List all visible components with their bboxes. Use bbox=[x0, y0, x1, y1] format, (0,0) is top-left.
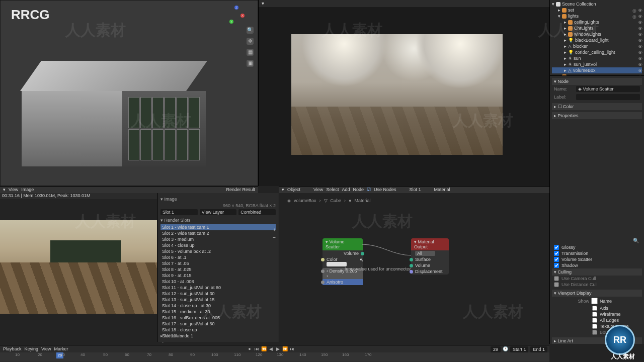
transmission-checkbox[interactable] bbox=[554, 251, 559, 256]
properties-panel[interactable]: ▾ Node Name:◈ Volume Scatter Label: ▸ ☐ … bbox=[549, 75, 644, 344]
menu-image[interactable]: Image bbox=[21, 187, 34, 193]
zoom-icon[interactable]: 🔍 bbox=[247, 27, 254, 34]
collection-set[interactable]: ▸set◎👁 bbox=[552, 7, 642, 13]
shadow-checkbox[interactable] bbox=[554, 263, 559, 268]
obj-sun[interactable]: ▸☀sun👁 bbox=[552, 55, 642, 61]
slot-item[interactable]: Slot 15 - medium . at 30 bbox=[160, 309, 276, 315]
slot-item[interactable]: Slot 13 - sun_justVol at 15 bbox=[160, 297, 276, 303]
play-rev-icon[interactable]: ◀ bbox=[268, 346, 274, 351]
persp-icon[interactable]: ▣ bbox=[247, 60, 254, 67]
obj-blackboard-light[interactable]: ▸💡blackBoard_light👁 bbox=[552, 37, 642, 43]
target-dropdown[interactable]: All bbox=[411, 250, 449, 256]
camera-cull-checkbox[interactable] bbox=[554, 276, 559, 281]
show-bounds-checkbox[interactable] bbox=[592, 330, 597, 335]
dropdown-icon[interactable]: ▾ bbox=[282, 187, 284, 193]
slot-dropdown[interactable]: Slot 1 bbox=[160, 209, 198, 215]
obj-volumebox[interactable]: ▸△volumeBox👁 bbox=[552, 67, 642, 73]
in-displacement[interactable]: Displacement bbox=[411, 268, 449, 275]
jump-end-icon[interactable]: ⏭ bbox=[289, 346, 295, 351]
show-all-edges-checkbox[interactable] bbox=[592, 318, 597, 323]
menu-add[interactable]: Add bbox=[342, 187, 350, 193]
dropdown-icon[interactable]: ▾ bbox=[3, 187, 6, 193]
render-preview-large[interactable]: ▾ bbox=[258, 0, 549, 186]
properties-section-header[interactable]: ▸ Properties bbox=[552, 112, 642, 119]
menu-marker[interactable]: Marker bbox=[54, 346, 68, 351]
slot-item[interactable]: Slot 7 - at .05 bbox=[160, 260, 276, 266]
remove-slot-button[interactable]: − bbox=[273, 235, 276, 240]
dropdown-icon[interactable]: ▾ bbox=[262, 1, 264, 7]
slot-field[interactable]: Slot 1 bbox=[409, 187, 421, 193]
3d-viewport[interactable]: X Y Z 🔍 ✥ ▦ ▣ bbox=[0, 0, 258, 186]
collection-lights[interactable]: ▾lights◎👁 bbox=[552, 13, 642, 19]
name-field[interactable]: ◈ Volume Scatter bbox=[576, 86, 640, 92]
viewport-display-header[interactable]: ▾ Viewport Display bbox=[552, 290, 642, 297]
clock-icon[interactable]: 🕐 bbox=[503, 346, 508, 352]
slot-item[interactable]: Slot 3 - medium bbox=[160, 236, 276, 242]
nav-gizmo[interactable]: X Y Z bbox=[225, 5, 246, 25]
scene-collection[interactable]: ▾Scene Collection bbox=[552, 1, 642, 7]
slot-item[interactable]: Slot 16 - volBox dens at .005 bbox=[160, 315, 276, 321]
material-field[interactable]: Material bbox=[434, 187, 450, 193]
axis-x[interactable]: X bbox=[240, 14, 245, 18]
node-editor[interactable]: ◈volumeBox› ▽Cube› ●Material ▾ Volume Sc… bbox=[279, 193, 549, 342]
view-layer-dropdown[interactable]: View Layer bbox=[200, 209, 237, 215]
timeline-track[interactable]: 29 10 20 30 40 50 60 70 80 90 100 110 12… bbox=[0, 352, 549, 361]
move-icon[interactable]: ✥ bbox=[247, 38, 254, 45]
jump-prev-icon[interactable]: ⏪ bbox=[261, 346, 267, 351]
volume-scatter-checkbox[interactable] bbox=[554, 257, 559, 262]
pass-dropdown[interactable]: Combined bbox=[238, 209, 276, 215]
show-wireframe-checkbox[interactable] bbox=[592, 312, 597, 317]
add-slot-button[interactable]: + bbox=[273, 227, 276, 233]
collection-ceilinglights[interactable]: ▸ceilingLights👁 bbox=[552, 19, 642, 25]
slot-item[interactable]: Slot 4 - close up bbox=[160, 242, 276, 248]
slot-item[interactable]: Slot 17 - sun_justVol at 60 bbox=[160, 321, 276, 327]
glossy-checkbox[interactable] bbox=[554, 245, 559, 250]
menu-view[interactable]: View bbox=[9, 187, 18, 193]
slot-item[interactable]: Slot 1 - wide test cam 1 bbox=[160, 224, 276, 230]
jump-next-icon[interactable]: ⏩ bbox=[282, 346, 288, 351]
obj-sun-justvol[interactable]: ▸☀sun_justVol👁 bbox=[552, 61, 642, 67]
search-icon[interactable]: 🔍 bbox=[633, 238, 639, 243]
collection-chrlights[interactable]: ▸ChrLights👁 bbox=[552, 25, 642, 31]
start-frame-field[interactable]: Start 1 bbox=[510, 346, 529, 352]
culling-header[interactable]: ▾ Culling bbox=[552, 268, 642, 276]
label-field[interactable] bbox=[576, 94, 640, 100]
menu-node[interactable]: Node bbox=[353, 187, 364, 193]
timeline[interactable]: Playback Keying View Marker ● ⏮ ⏪ ◀ ▶ ⏩ … bbox=[0, 345, 549, 362]
slot-item[interactable]: Slot 5 - volume box at .2 bbox=[160, 248, 276, 254]
in-anisotropy[interactable]: Anisotro bbox=[323, 279, 363, 285]
axis-z[interactable]: Z bbox=[234, 6, 238, 10]
axis-y[interactable]: Y bbox=[229, 20, 233, 24]
obj-blocker[interactable]: ▸△blocker👁 bbox=[552, 43, 642, 49]
play-icon[interactable]: ▶ bbox=[275, 346, 281, 351]
jump-start-icon[interactable]: ⏮ bbox=[254, 346, 260, 351]
collection-windowlights[interactable]: ▸windowLights👁 bbox=[552, 31, 642, 37]
image-section-header[interactable]: ▾ Image bbox=[160, 195, 276, 203]
node-material-output[interactable]: ▾ Material Output All Surface Volume Dis… bbox=[411, 238, 449, 275]
camera-icon[interactable]: ▦ bbox=[247, 49, 254, 56]
end-frame-field[interactable]: End 1 bbox=[530, 346, 547, 352]
menu-playback[interactable]: Playback bbox=[3, 346, 22, 351]
slot-item[interactable]: Slot 2 - wide test cam 2 bbox=[160, 230, 276, 236]
current-frame-field[interactable]: 29 bbox=[491, 346, 501, 352]
slot-item[interactable]: Slot 8 - at .025 bbox=[160, 266, 276, 273]
out-volume[interactable]: Volume bbox=[323, 250, 363, 256]
auto-key-icon[interactable]: ● bbox=[247, 346, 253, 351]
slot-item[interactable]: Slot 9 - at .015 bbox=[160, 273, 276, 279]
scene-mesh[interactable] bbox=[31, 61, 197, 161]
metadata-header[interactable]: ▸ Metadata bbox=[160, 332, 183, 340]
show-axis-checkbox[interactable] bbox=[592, 306, 597, 311]
color-section-header[interactable]: ▸ ☐ Color bbox=[552, 103, 642, 110]
object-mode[interactable]: Object bbox=[287, 187, 300, 193]
render-result-field[interactable]: Render Result bbox=[226, 187, 255, 193]
in-surface[interactable]: Surface bbox=[411, 256, 449, 262]
slots-list[interactable]: Slot 1 - wide test cam 1 Slot 2 - wide t… bbox=[160, 224, 276, 345]
render-slots-panel[interactable]: 🔍✥ ▾ Image 960 × 540, RGBA float × 2 Slo… bbox=[157, 193, 279, 342]
render-slots-header[interactable]: ▾ Render Slots bbox=[160, 216, 276, 224]
slot-item[interactable]: Slot 14 - close up . at 30 bbox=[160, 303, 276, 309]
node-volume-scatter[interactable]: ▾ Volume Scatter Volume Color ‹ Density … bbox=[323, 238, 363, 285]
menu-view[interactable]: View bbox=[313, 187, 323, 193]
slot-item[interactable]: Slot 6 - at .1 bbox=[160, 254, 276, 260]
obj-coridor-ceiling-light[interactable]: ▸💡coridor_ceiling_light👁 bbox=[552, 49, 642, 55]
outliner-panel[interactable]: ▾Scene Collection ▸set◎👁 ▾lights◎👁 ▸ceil… bbox=[549, 0, 644, 75]
